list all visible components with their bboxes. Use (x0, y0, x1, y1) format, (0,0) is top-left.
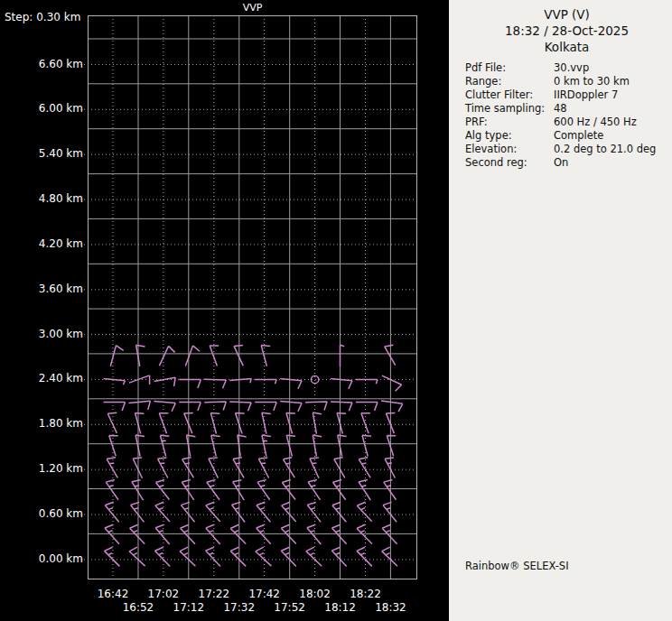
altitude-axis-label: 4.20 km (4, 237, 83, 250)
brand-footer: Rainbow® SELEX-SI (465, 560, 569, 572)
time-axis-label: 18:32 (361, 601, 419, 614)
altitude-axis-label: 0.60 km (4, 507, 83, 520)
param-label: PRF: (465, 116, 488, 128)
param-label: Range: (465, 75, 501, 88)
param-label: Time sampling: (465, 102, 545, 115)
altitude-axis-label: 6.60 km (4, 58, 83, 70)
param-label: Alg type: (465, 129, 512, 142)
time-axis-label: 16:42 (84, 588, 142, 600)
time-axis-label: 17:22 (185, 588, 243, 600)
param-label: Elevation: (465, 143, 517, 155)
time-axis-label: 17:02 (135, 588, 192, 600)
param-value: Complete (554, 129, 603, 142)
param-value: 30.vvp (554, 61, 589, 74)
time-axis-label: 17:12 (160, 601, 218, 614)
altitude-axis-label: 3.60 km (4, 283, 83, 295)
info-panel: VVP (V) 18:32 / 28-Oct-2025 Kolkata Pdf … (449, 0, 672, 621)
time-axis-label: 18:12 (312, 601, 369, 614)
altitude-axis-label: 5.40 km (4, 147, 83, 160)
altitude-axis-label: 3.00 km (4, 328, 83, 340)
panel-datetime: 18:32 / 28-Oct-2025 (465, 23, 668, 39)
altitude-axis-label: 4.80 km (4, 192, 83, 205)
plot-title: VVP (88, 2, 417, 14)
wind-barb-plot (88, 15, 418, 580)
time-axis-label: 16:52 (109, 601, 167, 614)
panel-site: Kolkata (465, 39, 668, 55)
time-axis-label: 18:22 (337, 588, 395, 600)
altitude-axis-label: 1.20 km (4, 462, 83, 475)
param-label: Second reg: (465, 156, 527, 169)
altitude-axis-label: 2.40 km (4, 372, 83, 385)
param-label: Clutter Filter: (465, 88, 533, 101)
panel-header: VVP (V) 18:32 / 28-Oct-2025 Kolkata (449, 0, 672, 55)
altitude-axis-label: 0.00 km (4, 552, 83, 565)
param-value: 600 Hz / 450 Hz (554, 116, 637, 128)
time-axis-label: 17:52 (261, 601, 319, 614)
param-value: On (554, 156, 568, 169)
panel-title: VVP (V) (465, 6, 668, 23)
param-value: IIRDoppler 7 (554, 88, 618, 101)
altitude-axis-label: 6.00 km (4, 102, 83, 115)
param-label: Pdf File: (465, 61, 506, 74)
param-value: 48 (554, 102, 567, 115)
altitude-axis-label: 1.80 km (4, 417, 83, 430)
time-axis-label: 17:42 (236, 588, 294, 600)
wind-barbs (104, 345, 403, 566)
time-axis-label: 18:02 (286, 588, 344, 600)
altitude-step-label: Step: 0.30 km (5, 11, 80, 23)
param-value: 0.2 deg to 21.0 deg (554, 143, 656, 155)
param-value: 0 km to 30 km (554, 75, 630, 88)
time-axis-label: 17:32 (210, 601, 268, 614)
